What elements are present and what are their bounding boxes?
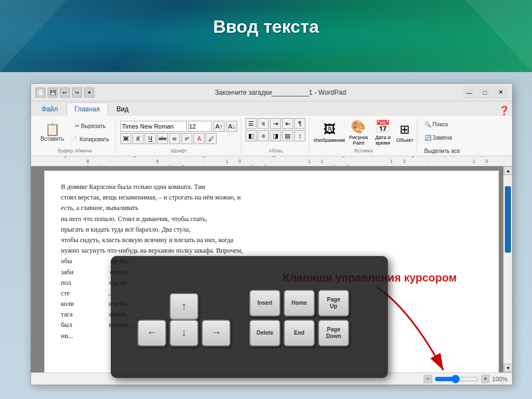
edit-group: 🔍 Поиск 🔄 Замена Выделить все Правка [418, 118, 467, 154]
image-icon: 🖼 [324, 122, 336, 137]
tab-home[interactable]: Главная [66, 103, 109, 116]
align-center-button[interactable]: ≡ [258, 130, 269, 141]
nav-keys-cluster: Insert Home Page Up Delete End Page Down [249, 290, 349, 346]
highlight-button[interactable]: 🖊 [206, 133, 217, 144]
arrow-keys-cluster: ↑ ← ↓ → [137, 293, 231, 346]
ruler: · 1 · · 2 · · 3 · · 4 · · 5 · · 6 · · 7 … [31, 156, 512, 166]
vertical-scrollbar[interactable]: ▲ ▼ [503, 166, 512, 372]
font-color-button[interactable]: A [193, 133, 204, 144]
page-up-key[interactable]: Page Up [318, 290, 349, 316]
font-group: A↑ A↓ Ж К Ч abc x₂ x² A 🖊 [117, 118, 241, 154]
list-number-button[interactable]: ≡ [258, 118, 269, 129]
scrollbar-thumb[interactable] [505, 186, 511, 253]
zoom-level: 100% [492, 376, 508, 382]
tab-view[interactable]: Вид [108, 103, 137, 116]
list-bullet-button[interactable]: ☰ [245, 118, 257, 129]
replace-icon: 🔄 [424, 135, 431, 141]
replace-button[interactable]: 🔄 Замена [422, 131, 455, 144]
arrow-up-key[interactable]: ↑ [170, 293, 198, 320]
font-grow-button[interactable]: A↑ [213, 121, 224, 132]
indent-increase-button[interactable]: ⇥ [270, 118, 281, 129]
paragraph-group: ☰ ≡ ⇥ ⇤ ¶ ◧ ≡ ◨ ▤ ↕ Абзац [242, 118, 309, 154]
search-icon: 🔍 [424, 121, 431, 127]
home-key[interactable]: Home [284, 290, 315, 316]
copy-icon: 📄 [71, 136, 78, 142]
search-button[interactable]: 🔍 Поиск [422, 118, 451, 130]
scroll-down-button[interactable]: ▼ [504, 364, 512, 372]
copy-button[interactable]: 📄 Копировать [68, 133, 112, 145]
insert-group: 🖼 Изображение 🎨 Рисунок Paint 📅 Дата и в… [310, 118, 417, 154]
page-down-key[interactable]: Page Down [318, 320, 349, 346]
insert-key[interactable]: Insert [249, 290, 280, 316]
menu-dropdown-icon[interactable]: ▾ [84, 88, 94, 98]
tab-file[interactable]: Файл [33, 103, 66, 116]
delete-key[interactable]: Delete [249, 320, 280, 346]
font-size-input[interactable] [188, 121, 212, 132]
object-icon: ⊞ [400, 122, 410, 137]
close-button[interactable]: ✕ [493, 86, 508, 99]
maximize-button[interactable]: □ [478, 86, 492, 99]
paste-button[interactable]: 📋 Вставить [38, 118, 66, 147]
line-spacing-button[interactable]: ↕ [294, 130, 305, 141]
zoom-slider[interactable] [434, 375, 479, 383]
ribbon-tabs: Файл Главная Вид ❓ [31, 101, 512, 116]
undo-icon[interactable]: ↩ [60, 88, 70, 98]
paragraph-settings-button[interactable]: ¶ [294, 118, 305, 129]
indent-decrease-button[interactable]: ⇤ [282, 118, 293, 129]
paste-icon: 📋 [45, 124, 60, 136]
superscript-button[interactable]: x² [181, 133, 192, 144]
title-bar-icons: 📄 💾 ↩ ↪ ▾ [35, 88, 94, 98]
underline-button[interactable]: Ч [145, 133, 156, 144]
align-left-button[interactable]: ◧ [245, 130, 257, 141]
bold-button[interactable]: Ж [120, 133, 131, 144]
subscript-button[interactable]: x₂ [169, 133, 180, 144]
align-right-button[interactable]: ◨ [270, 130, 281, 141]
arrow-down-key[interactable]: ↓ [170, 320, 198, 346]
paint-icon: 🎨 [351, 120, 366, 134]
font-shrink-button[interactable]: A↓ [226, 121, 237, 132]
strikethrough-button[interactable]: abc [157, 133, 168, 144]
scissors-icon: ✂ [75, 123, 79, 129]
ribbon: Файл Главная Вид ❓ 📋 Вставить [31, 101, 512, 156]
title-bar-controls: — □ ✕ [462, 86, 508, 99]
minimize-button[interactable]: — [462, 86, 477, 99]
window-title: Закончите загадки__________1 - WordPad [99, 89, 462, 96]
arrow-right-key[interactable]: → [202, 320, 231, 346]
datetime-icon: 📅 [375, 120, 390, 134]
font-name-input[interactable] [120, 121, 187, 132]
zoom-out-button[interactable]: − [423, 375, 432, 383]
page-title: Ввод текста [0, 17, 532, 37]
document-icon: 📄 [35, 88, 45, 98]
zoom-in-button[interactable]: + [481, 375, 490, 383]
title-bar: 📄 💾 ↩ ↪ ▾ Закончите загадки__________1 -… [31, 84, 512, 101]
redo-icon[interactable]: ↪ [72, 88, 82, 98]
end-key[interactable]: End [284, 320, 315, 346]
italic-button[interactable]: К [132, 133, 144, 144]
select-all-button[interactable]: Выделить все [422, 145, 463, 157]
zoom-bar: − + 100% [423, 375, 508, 383]
clipboard-group: 📋 Вставить ✂ Вырезать 📄 Копировать [34, 118, 116, 154]
help-icon[interactable]: ❓ [499, 105, 510, 116]
scroll-up-button[interactable]: ▲ [504, 166, 512, 175]
save-icon[interactable]: 💾 [48, 88, 58, 98]
align-justify-button[interactable]: ▤ [282, 130, 293, 141]
arrow-left-key[interactable]: ← [137, 320, 166, 346]
cut-button[interactable]: ✂ Вырезать [68, 120, 112, 132]
ribbon-content: 📋 Вставить ✂ Вырезать 📄 Копировать [31, 116, 512, 156]
